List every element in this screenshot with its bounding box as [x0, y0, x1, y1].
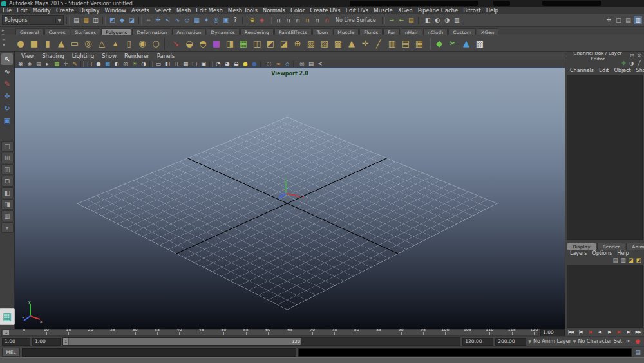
shelf-tab-custom[interactable]: Custom	[448, 28, 476, 35]
selection-mask-help-icon[interactable]: ?	[231, 16, 240, 24]
input-connections-icon[interactable]: →	[388, 16, 396, 24]
layout-outliner-persp-icon[interactable]: ◨	[1, 199, 14, 210]
script-editor-icon[interactable]: ▤	[634, 348, 642, 357]
layer-tab-display[interactable]: Display	[567, 243, 596, 250]
current-time-field[interactable]: 1.00	[540, 329, 565, 336]
lock-camera-icon[interactable]: ◈	[26, 60, 33, 68]
menu-edit[interactable]: Edit	[14, 7, 30, 14]
smooth-shade-icon[interactable]: ●	[95, 60, 102, 68]
textured-icon[interactable]: ▩	[104, 60, 111, 68]
insert-edge-loop-icon[interactable]: ▤	[399, 37, 412, 50]
boolean-union-icon[interactable]: ⊕	[291, 37, 304, 50]
menu-create[interactable]: Create	[53, 7, 77, 14]
shelf-tab-painteffects[interactable]: PaintEffects	[274, 28, 312, 35]
select-by-hierarchy-icon[interactable]: ◩	[108, 16, 117, 24]
use-default-material-icon[interactable]: ◐	[113, 60, 120, 68]
layout-three-pane-icon[interactable]: ◧	[1, 187, 14, 198]
shelf-tab-animation[interactable]: Animation	[172, 28, 205, 35]
shelf-tab-polygons[interactable]: Polygons	[101, 28, 131, 35]
select-by-component-icon[interactable]: ◪	[128, 16, 136, 24]
play-backwards-button[interactable]: ◀	[595, 330, 604, 336]
layer-list[interactable]	[567, 265, 643, 328]
isolate-select-icon[interactable]: ◔	[214, 60, 222, 68]
layer-menu-options[interactable]: Options	[589, 250, 614, 256]
select-points-icon[interactable]: ✛	[154, 16, 162, 24]
anim-layer-dropdown[interactable]: ▼ No Anim Layer	[528, 339, 571, 344]
select-curves-icon[interactable]: ∿	[173, 16, 182, 24]
channel-menu-show[interactable]: Show	[634, 68, 644, 73]
layer-delete-icon[interactable]: ▥	[620, 257, 627, 264]
create-layer-from-selected-icon[interactable]: ◩	[635, 257, 642, 264]
curve-to-poly-icon[interactable]: ↘	[169, 37, 182, 50]
menu-set-selector[interactable]: Polygons ▼	[2, 15, 64, 25]
shelf-tab-surfaces[interactable]: Surfaces	[71, 28, 100, 35]
resolution-gate-icon[interactable]: ▭	[155, 60, 162, 68]
split-edge-ring-icon[interactable]: ▥	[386, 37, 399, 50]
menu-bifrost[interactable]: Bifrost	[460, 7, 483, 14]
step-back-key-button[interactable]: |◀	[585, 330, 594, 336]
animation-end-field[interactable]: 200.00	[495, 338, 526, 346]
select-miscellaneous-icon[interactable]: ▣	[222, 16, 230, 24]
menu-mesh-tools[interactable]: Mesh Tools	[225, 7, 260, 14]
layout-single-pane-icon[interactable]: □	[1, 141, 14, 152]
render-settings-icon[interactable]: ▥	[453, 16, 461, 24]
poly-cylinder-icon[interactable]: ▮	[41, 37, 54, 50]
renderer-settings-icon[interactable]: ▤	[307, 60, 315, 68]
show-channel-box-icon[interactable]: ▥	[634, 16, 642, 24]
panel-menu-view[interactable]: View	[17, 53, 38, 59]
command-language-button[interactable]: MEL	[2, 348, 20, 357]
range-start-handle[interactable]: 1	[63, 338, 69, 345]
keys-lock-icon[interactable]: ∞	[624, 337, 632, 346]
dock-window-icon[interactable]: ⊡	[629, 53, 636, 59]
shelf-tab-ncloth[interactable]: nCloth	[423, 28, 448, 35]
shelf-tab-dynamics[interactable]: Dynamics	[207, 28, 240, 35]
layout-current-icon[interactable]: ▦	[0, 308, 15, 325]
ipr-render-icon[interactable]: ◑	[443, 16, 451, 24]
combine-icon[interactable]: ◫	[251, 37, 263, 50]
channel-menu-edit[interactable]: Edit	[596, 68, 612, 73]
shelf-tab-menu-icon[interactable]: ▸▾	[2, 28, 5, 35]
channel-box-list[interactable]	[567, 75, 643, 240]
output-connections-icon[interactable]: ←	[397, 16, 406, 24]
shelf-tab-deformation[interactable]: Deformation	[132, 28, 171, 35]
save-scene-icon[interactable]: ◫	[91, 16, 100, 24]
panel-menu-renderer[interactable]: Renderer	[120, 53, 153, 59]
layout-four-pane-icon[interactable]: ⊞	[1, 153, 14, 163]
range-slider-track[interactable]: 1 120	[62, 337, 460, 346]
lasso-select-tool-icon[interactable]: ∿	[1, 66, 13, 77]
menu-muscle[interactable]: Muscle	[371, 7, 395, 14]
motion-blur-icon[interactable]: ≈	[274, 60, 282, 68]
construction-history-icon[interactable]: ▤	[407, 16, 415, 24]
menu-pipeline-cache[interactable]: Pipeline Cache	[415, 7, 460, 14]
go-to-start-button[interactable]: |◀◀	[566, 330, 575, 336]
snap-to-view-planes-icon[interactable]: ∩	[313, 16, 321, 24]
panel-menu-lighting[interactable]: Lighting	[68, 53, 98, 59]
shelf-tab-curves[interactable]: Curves	[44, 28, 70, 35]
uv-checker-icon[interactable]: ▩	[473, 37, 486, 50]
wireframe-icon[interactable]: □	[86, 60, 93, 68]
menu-normals[interactable]: Normals	[260, 7, 288, 14]
menu-mesh[interactable]: Mesh	[174, 7, 193, 14]
time-slider-track[interactable]: 1 51015202530354045505560657075808590951…	[1, 329, 539, 336]
grease-pencil-icon[interactable]: ✎	[71, 60, 79, 68]
menu-window[interactable]: Window	[102, 7, 129, 14]
layout-two-pane-stacked-icon[interactable]: ⊟	[1, 176, 14, 187]
camera-attributes-icon[interactable]: ▤	[35, 60, 43, 68]
snap-to-points-icon[interactable]: ∩	[294, 16, 302, 24]
cut-faces-icon[interactable]: ╱	[372, 37, 385, 50]
poke-face-icon[interactable]: ✛	[359, 37, 372, 50]
image-plane-icon[interactable]: ▦	[53, 60, 61, 68]
paint-transfer-icon[interactable]: ▲	[460, 37, 473, 50]
highlight-selection-icon[interactable]: ◈	[258, 16, 266, 24]
shelf-tab-rendering[interactable]: Rendering	[240, 28, 274, 35]
select-dynamics-icon[interactable]: ✶	[202, 16, 211, 24]
panel-menu-panels[interactable]: Panels	[153, 53, 178, 59]
lock-selection-icon[interactable]: ⊕	[248, 16, 256, 24]
hyperbolic-curve-icon[interactable]: ╱	[636, 60, 643, 67]
bridge-icon[interactable]: ▨	[318, 37, 331, 50]
snap-to-curves-icon[interactable]: ∩	[284, 16, 292, 24]
show-humanik-icon[interactable]: □	[614, 16, 623, 24]
smooth-icon[interactable]: ◒	[183, 37, 196, 50]
multi-cut-icon[interactable]: ✂	[446, 37, 459, 50]
layer-tab-anim[interactable]: Anim	[626, 243, 644, 250]
